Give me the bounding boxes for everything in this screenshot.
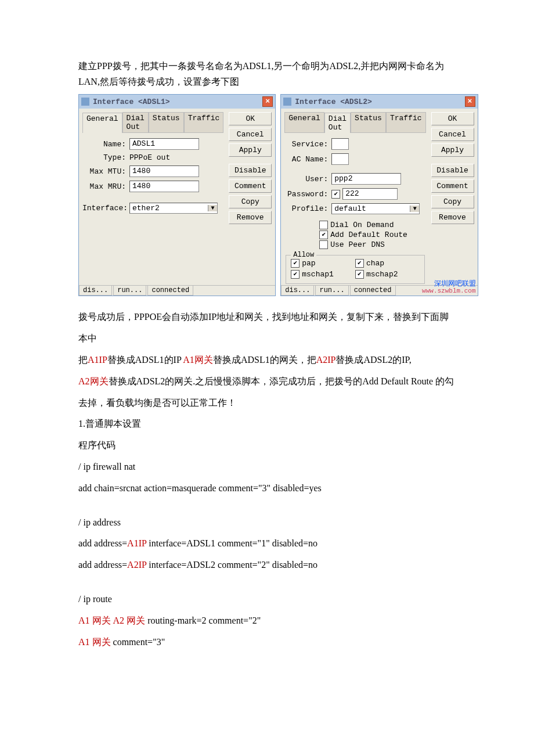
type-value: PPPoE out bbox=[129, 153, 170, 162]
tab-general[interactable]: General bbox=[82, 113, 122, 133]
window-title: Interface <ADSL2> bbox=[295, 98, 461, 106]
copy-button[interactable]: Copy bbox=[229, 195, 272, 208]
heading-code: 程序代码 bbox=[78, 435, 456, 456]
code-line-1: / ip firewall nat bbox=[78, 456, 456, 478]
tabs-adsl2: General Dial Out Status Traffic bbox=[284, 112, 425, 133]
mschap2-label: mschap2 bbox=[366, 270, 398, 279]
interface-label: Interface: bbox=[82, 204, 126, 213]
usepeerdns-label: Use Peer DNS bbox=[330, 240, 385, 249]
remove-button[interactable]: Remove bbox=[431, 211, 474, 224]
status-run: run... bbox=[113, 286, 146, 296]
dialondemand-label: Dial On Demand bbox=[330, 221, 394, 229]
mru-label: Max MRU: bbox=[82, 182, 126, 191]
window-adsl2: Interface <ADSL2> × General Dial Out Sta… bbox=[280, 94, 478, 296]
service-input[interactable] bbox=[331, 138, 349, 150]
watermark: 深圳网吧联盟 www.szwblm.com bbox=[422, 280, 475, 294]
code-line-4: add address=A1IP interface=ADSL1 comment… bbox=[78, 533, 456, 555]
heading-script: 1.普通脚本设置 bbox=[78, 413, 456, 435]
allow-legend: Allow bbox=[291, 251, 316, 259]
pap-label: pap bbox=[302, 259, 315, 268]
mtu-label: Max MTU: bbox=[82, 167, 126, 176]
mschap1-checkbox[interactable]: ✔ bbox=[291, 270, 300, 279]
titlebar-adsl2: Interface <ADSL2> × bbox=[281, 95, 477, 109]
interface-value: ether2 bbox=[130, 203, 208, 213]
service-label: Service: bbox=[284, 140, 328, 149]
chap-label: chap bbox=[366, 259, 384, 268]
watermark-line1: 深圳网吧联盟 bbox=[422, 280, 475, 287]
ok-button[interactable]: OK bbox=[229, 112, 272, 125]
interface-select[interactable]: ether2 ▼ bbox=[129, 203, 218, 214]
disable-button[interactable]: Disable bbox=[229, 164, 272, 177]
type-label: Type: bbox=[82, 153, 126, 162]
tabs-adsl1: General Dial Out Status Traffic bbox=[82, 112, 223, 133]
mschap2-checkbox[interactable]: ✔ bbox=[355, 270, 364, 279]
profile-label: Profile: bbox=[284, 204, 328, 213]
code-line-7: A1 网关 A2 网关 routing-mark=2 comment="2" bbox=[78, 610, 456, 632]
tab-dialout[interactable]: Dial Out bbox=[324, 113, 351, 133]
status-conn: connected bbox=[147, 286, 193, 296]
disable-button[interactable]: Disable bbox=[431, 164, 474, 177]
status-dis: dis... bbox=[281, 286, 314, 296]
status-run: run... bbox=[315, 286, 348, 296]
usepeerdns-checkbox[interactable] bbox=[319, 240, 328, 249]
windows-row: Interface <ADSL1> × General Dial Out Sta… bbox=[78, 94, 456, 296]
mtu-input[interactable]: 1480 bbox=[129, 165, 199, 177]
statusbar-adsl1: dis... run... connected bbox=[79, 285, 275, 296]
chevron-down-icon[interactable]: ▼ bbox=[208, 205, 217, 211]
adddefaultroute-checkbox[interactable]: ✔ bbox=[319, 231, 328, 239]
user-label: User: bbox=[284, 175, 328, 183]
code-line-5: add address=A2IP interface=ADSL2 comment… bbox=[78, 555, 456, 576]
ok-button[interactable]: OK bbox=[431, 112, 474, 125]
dialondemand-checkbox[interactable] bbox=[319, 221, 328, 229]
code-line-8: A1 网关 comment="3" bbox=[78, 632, 456, 653]
apply-button[interactable]: Apply bbox=[431, 143, 474, 157]
watermark-line2: www.szwblm.com bbox=[422, 287, 475, 294]
comment-button[interactable]: Comment bbox=[431, 179, 474, 193]
tab-dialout[interactable]: Dial Out bbox=[122, 112, 149, 132]
remove-button[interactable]: Remove bbox=[229, 211, 272, 224]
window-icon bbox=[283, 98, 291, 106]
acname-label: AC Name: bbox=[284, 155, 328, 164]
chap-checkbox[interactable]: ✔ bbox=[355, 259, 364, 268]
window-adsl1: Interface <ADSL1> × General Dial Out Sta… bbox=[78, 94, 276, 296]
copy-button[interactable]: Copy bbox=[431, 195, 474, 208]
name-input[interactable]: ADSL1 bbox=[129, 138, 199, 150]
adddefaultroute-label: Add Default Route bbox=[330, 231, 407, 239]
code-line-3: / ip address bbox=[78, 512, 456, 534]
acname-input[interactable] bbox=[331, 153, 349, 165]
password-label: Password: bbox=[284, 190, 328, 199]
cancel-button[interactable]: Cancel bbox=[229, 128, 272, 141]
user-input[interactable]: ppp2 bbox=[331, 173, 401, 185]
code-line-6: / ip route bbox=[78, 589, 456, 610]
profile-value: default bbox=[332, 204, 410, 214]
comment-button[interactable]: Comment bbox=[229, 179, 272, 193]
profile-select[interactable]: default ▼ bbox=[331, 203, 420, 214]
mru-input[interactable]: 1480 bbox=[129, 181, 199, 192]
allow-group: Allow ✔ pap ✔ chap ✔ bbox=[286, 255, 424, 284]
para-1: 拨号成功后，PPPOE会自动添加IP地址和网关，找到地址和网关，复制下来，替换到… bbox=[78, 307, 456, 350]
body-text: 拨号成功后，PPPOE会自动添加IP地址和网关，找到地址和网关，复制下来，替换到… bbox=[78, 307, 456, 653]
close-icon[interactable]: × bbox=[465, 96, 475, 107]
pap-checkbox[interactable]: ✔ bbox=[291, 259, 300, 268]
tab-traffic[interactable]: Traffic bbox=[386, 112, 426, 132]
para-2: 把A1IP替换成ADSL1的IP A1网关替换成ADSL1的网关，把A2IP替换… bbox=[78, 350, 456, 371]
status-dis: dis... bbox=[79, 286, 112, 296]
password-input[interactable]: 222 bbox=[342, 188, 398, 200]
close-icon[interactable]: × bbox=[262, 96, 273, 107]
password-show-checkbox[interactable]: ✔ bbox=[331, 190, 340, 199]
tab-traffic[interactable]: Traffic bbox=[184, 112, 224, 132]
cancel-button[interactable]: Cancel bbox=[431, 128, 474, 141]
window-title: Interface <ADSL1> bbox=[93, 98, 259, 106]
chevron-down-icon[interactable]: ▼ bbox=[410, 206, 419, 212]
window-icon bbox=[81, 98, 89, 106]
tab-status[interactable]: Status bbox=[149, 112, 184, 132]
status-conn: connected bbox=[350, 286, 396, 296]
apply-button[interactable]: Apply bbox=[229, 143, 272, 157]
para-3: A2网关替换成ADSL2的网关.之后慢慢添脚本，添完成功后，把拨号的Add De… bbox=[78, 371, 456, 414]
mschap1-label: mschap1 bbox=[302, 270, 334, 279]
code-line-2: add chain=srcnat action=masquerade comme… bbox=[78, 478, 456, 499]
titlebar-adsl1: Interface <ADSL1> × bbox=[79, 95, 275, 109]
tab-status[interactable]: Status bbox=[351, 112, 386, 132]
tab-general[interactable]: General bbox=[284, 112, 324, 132]
intro-text: 建立PPP拨号，把其中一条拨号名命名为ADSL1,另一个命明为ADSL2,并把内… bbox=[78, 58, 456, 89]
